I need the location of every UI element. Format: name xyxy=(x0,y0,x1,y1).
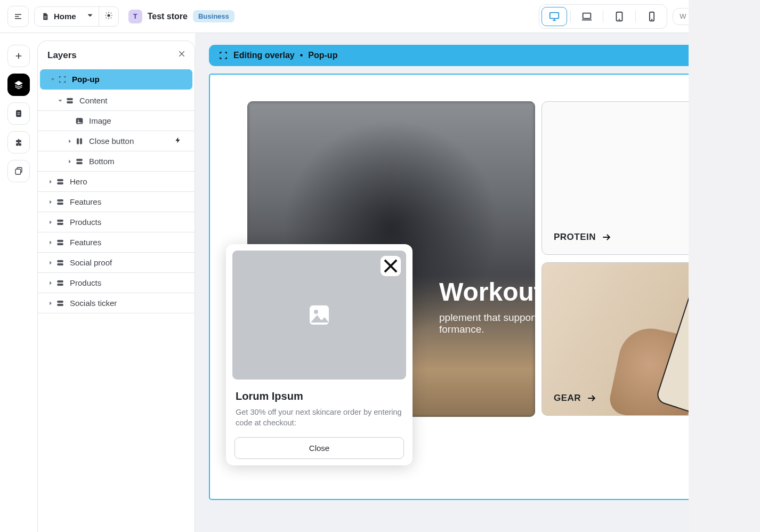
svg-rect-1 xyxy=(550,12,559,18)
svg-point-6 xyxy=(652,19,652,20)
svg-point-33 xyxy=(314,310,318,314)
assets-button[interactable] xyxy=(7,160,30,182)
svg-rect-31 xyxy=(58,304,63,305)
svg-rect-30 xyxy=(58,301,63,302)
assets-icon xyxy=(14,166,23,176)
layer-row-features[interactable]: Features xyxy=(38,192,195,212)
popup-title: Lorum Ipsum xyxy=(236,390,406,402)
layers-title: Layers xyxy=(47,50,77,61)
svg-rect-29 xyxy=(58,284,63,285)
svg-rect-9 xyxy=(15,169,21,174)
layer-row-image[interactable]: Image xyxy=(38,111,195,131)
popup-preview[interactable]: Lorum Ipsum Get 30% off your next skinca… xyxy=(226,244,413,465)
svg-point-0 xyxy=(108,14,110,17)
hero-line2: formance. xyxy=(439,324,535,335)
layer-label: Social proof xyxy=(70,258,112,267)
layers-button[interactable] xyxy=(7,74,30,96)
layer-label: Content xyxy=(79,96,108,105)
svg-point-4 xyxy=(619,19,620,20)
popup-close-button[interactable] xyxy=(381,256,401,276)
layer-row-hero[interactable]: Hero xyxy=(38,172,195,192)
page-selector[interactable]: Home xyxy=(34,6,119,27)
page-settings-button[interactable] xyxy=(99,7,118,26)
chevron-down-icon xyxy=(82,11,99,22)
layer-label: Bottom xyxy=(89,157,115,166)
device-laptop-button[interactable] xyxy=(574,7,600,26)
top-bar: Home T Test store Business W 1200 xyxy=(0,0,760,33)
plan-badge: Business xyxy=(193,10,235,22)
menu-icon xyxy=(13,12,23,21)
svg-rect-17 xyxy=(77,162,83,164)
layer-label: Socials ticker xyxy=(70,299,117,308)
frame-icon xyxy=(219,51,228,60)
gear-icon xyxy=(104,11,113,20)
close-icon xyxy=(177,50,186,58)
menu-button[interactable] xyxy=(7,6,29,27)
store-name: Test store xyxy=(148,12,188,21)
svg-rect-26 xyxy=(58,260,63,262)
layer-row-features[interactable]: Features xyxy=(38,232,195,253)
layer-label: Close button xyxy=(89,136,134,146)
layer-row-products[interactable]: Products xyxy=(38,212,195,232)
image-icon xyxy=(306,302,332,328)
blocks-button[interactable] xyxy=(7,131,30,154)
left-rail xyxy=(0,33,37,532)
svg-rect-10 xyxy=(67,98,73,100)
svg-rect-16 xyxy=(77,159,83,160)
layer-label: Features xyxy=(70,238,101,247)
svg-rect-11 xyxy=(67,101,73,103)
device-desktop-button[interactable] xyxy=(541,7,567,26)
overlay-name: Pop-up xyxy=(308,51,337,60)
popup-body: Get 30% off your next skincare order by … xyxy=(236,407,406,429)
overlay-sep: • xyxy=(300,51,303,60)
tile-protein-label: PROTEIN xyxy=(554,232,596,243)
layers-icon xyxy=(14,80,23,90)
tile-gear-label: GEAR xyxy=(554,393,581,404)
hero-line1: pplement that supports xyxy=(439,312,535,324)
layer-row-social-proof[interactable]: Social proof xyxy=(38,253,195,273)
svg-rect-8 xyxy=(17,110,21,117)
close-icon xyxy=(381,253,401,279)
device-preview-group xyxy=(539,4,667,29)
layer-label: Hero xyxy=(70,177,87,186)
overlay-bar[interactable]: Editing overlay • Pop-up xyxy=(209,45,760,66)
svg-rect-23 xyxy=(58,223,63,224)
layer-row-content[interactable]: Content xyxy=(38,91,195,111)
svg-rect-24 xyxy=(58,240,63,241)
hero-title: Workout xyxy=(439,277,535,307)
plus-icon xyxy=(14,51,23,61)
svg-rect-15 xyxy=(80,138,82,144)
svg-rect-25 xyxy=(58,243,63,245)
add-button[interactable] xyxy=(7,45,30,67)
layer-row-close-button[interactable]: Close button xyxy=(38,131,195,151)
mobile-icon xyxy=(646,11,658,22)
page-name: Home xyxy=(54,12,76,21)
svg-rect-21 xyxy=(58,203,63,204)
layer-label: Products xyxy=(70,217,101,227)
tablet-icon xyxy=(613,11,625,22)
layer-label: Image xyxy=(89,116,111,125)
canvas: Editing overlay • Pop-up Workout pplemen… xyxy=(195,33,760,532)
width-label: W xyxy=(680,12,686,20)
layer-row-bottom[interactable]: Bottom xyxy=(38,151,195,172)
device-tablet-button[interactable] xyxy=(607,7,632,26)
layer-row-pop-up[interactable]: Pop-up xyxy=(40,69,192,90)
svg-rect-28 xyxy=(58,280,63,282)
stage[interactable]: Workout pplement that supports formance.… xyxy=(209,74,760,500)
close-panel-button[interactable] xyxy=(177,50,186,61)
device-mobile-button[interactable] xyxy=(639,7,665,26)
svg-rect-27 xyxy=(58,263,63,265)
layer-row-socials-ticker[interactable]: Socials ticker xyxy=(38,293,195,313)
svg-rect-22 xyxy=(58,220,63,221)
pages-button[interactable] xyxy=(7,102,30,125)
layer-label: Products xyxy=(70,278,101,287)
popup-image-placeholder[interactable] xyxy=(232,251,406,380)
store-info: T Test store Business xyxy=(128,10,235,23)
popup-action-button[interactable]: Close xyxy=(235,437,404,459)
viewport-crop xyxy=(689,0,760,532)
desktop-icon xyxy=(548,11,560,22)
layer-row-products[interactable]: Products xyxy=(38,273,195,293)
laptop-icon xyxy=(581,11,593,22)
arrow-right-icon xyxy=(586,393,597,404)
svg-rect-20 xyxy=(58,199,63,201)
